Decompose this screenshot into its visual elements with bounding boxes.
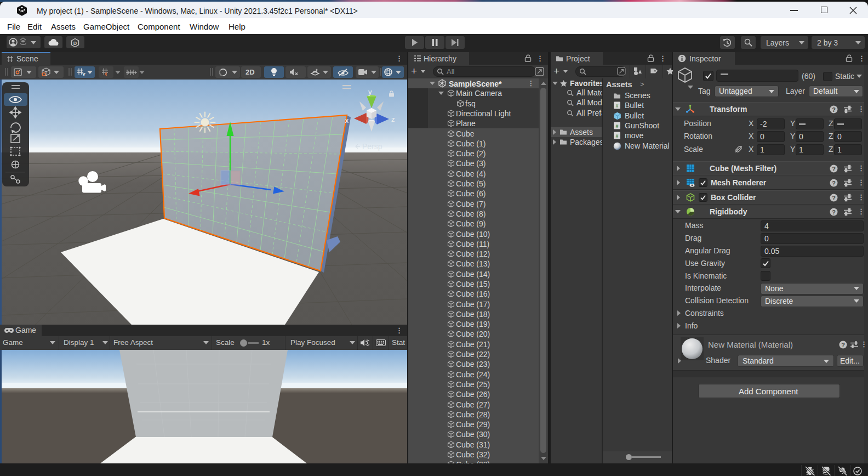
- svg-text:y: y: [368, 88, 372, 96]
- svg-text:D: D: [73, 41, 77, 46]
- svg-text:?: ?: [832, 106, 836, 113]
- svg-text:x: x: [345, 117, 349, 124]
- svg-text:?: ?: [832, 180, 836, 186]
- svg-text:?: ?: [841, 342, 845, 348]
- svg-text:Persp: Persp: [362, 142, 382, 151]
- svg-text:Y: Y: [82, 72, 85, 77]
- svg-text:z: z: [391, 115, 395, 123]
- svg-text:?: ?: [832, 195, 836, 201]
- svg-text:?: ?: [832, 209, 836, 216]
- svg-text:?: ?: [832, 166, 836, 172]
